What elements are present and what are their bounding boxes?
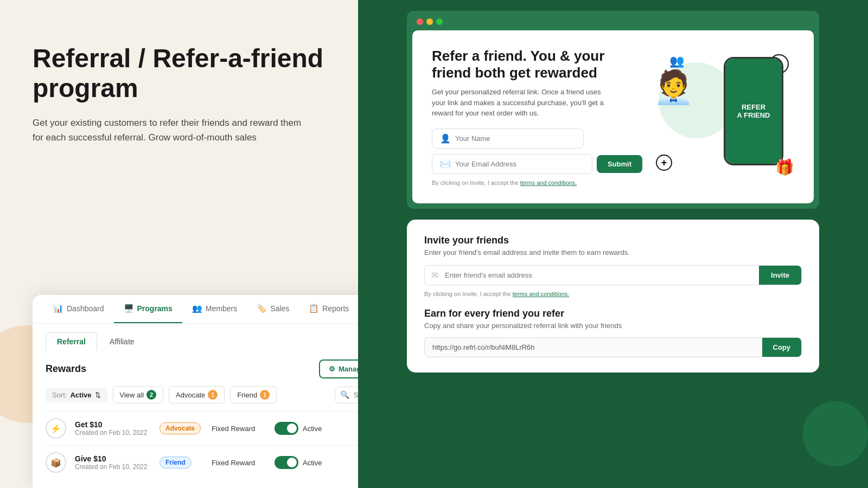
browser-dots (412, 16, 814, 30)
tab-sales-label: Sales (270, 304, 289, 313)
tab-members[interactable]: 👥 Members (182, 295, 247, 323)
earn-description: Copy and share your personalized referra… (424, 322, 802, 330)
reward-icon-2: 📦 (46, 452, 66, 473)
right-panel: Refer a friend. You & your friend both g… (358, 0, 868, 488)
email-icon: ✉️ (440, 159, 451, 169)
invite-title: Invite your friends (424, 235, 802, 246)
search-icon: 🔍 (340, 390, 349, 399)
copy-button[interactable]: Copy (762, 338, 802, 357)
reward-info-1: Get $10 Created on Feb 10, 2022 (75, 420, 151, 436)
dashboard-icon: 📊 (53, 304, 63, 313)
dot-red (417, 18, 423, 25)
reward-icon-1: ⚡ (46, 418, 66, 439)
tab-sales[interactable]: 🏷️ Sales (247, 295, 299, 323)
referral-title: Refer a friend. You & your friend both g… (432, 48, 642, 81)
tab-reports-label: Reports (322, 304, 349, 313)
reports-icon: 📋 (309, 304, 319, 313)
illustration-phone: REFERA FRIEND (724, 57, 783, 165)
phone-text: REFERA FRIEND (725, 59, 782, 164)
decorative-circle-right (803, 401, 868, 466)
sort-chevron-icon: ⇅ (95, 391, 101, 399)
reward-type-2: Fixed Reward (212, 459, 266, 467)
referral-email-input[interactable] (455, 160, 584, 168)
invite-email-input[interactable] (445, 266, 759, 285)
illustration-person: 🧑‍💼 (653, 68, 694, 106)
priority-icon: ⚙ (329, 365, 335, 373)
referral-email-row: ✉️ Submit (432, 154, 642, 174)
programs-icon: 🖥️ (124, 304, 134, 313)
referral-tnc: By clicking on Invite, I accept the term… (432, 179, 642, 186)
invite-button[interactable]: Invite (759, 266, 801, 285)
hero-title: Referral / Refer-a-friend program (33, 43, 326, 103)
toggle-wrap-1: Active (275, 422, 323, 435)
earn-title: Earn for every friend you refer (424, 308, 802, 319)
tab-dashboard-label: Dashboard (67, 304, 104, 313)
person-icon: 👤 (440, 133, 451, 144)
referral-link-text: https://go.refrl.co/r/buNiM8LrR6h (425, 338, 762, 357)
friend-badge: Friend (159, 457, 192, 468)
reward-info-2: Give $10 Created on Feb 10, 2022 (75, 454, 151, 471)
illustration-users-icon: 👥 (669, 54, 684, 68)
referral-card-left: Refer a friend. You & your friend both g… (432, 48, 642, 186)
illustration-plus-icon: + (656, 155, 672, 171)
invite-tnc-link[interactable]: terms and conditions. (513, 291, 570, 297)
dot-green (436, 18, 443, 25)
referral-description: Get your personalized referral link. Onc… (432, 87, 616, 119)
earn-section: Earn for every friend you refer Copy and… (424, 308, 802, 357)
tab-programs-label: Programs (137, 304, 173, 313)
referral-email-input-wrap: ✉️ (432, 154, 592, 174)
sub-tab-affiliate[interactable]: Affiliate (98, 332, 146, 351)
invite-email-icon: ✉ (425, 270, 445, 280)
sub-tab-referral[interactable]: Referral (46, 332, 97, 351)
left-panel: Referral / Refer-a-friend program Get yo… (0, 0, 358, 488)
invite-tnc: By clicking on Invite, I accept the term… (424, 291, 802, 297)
toggle-wrap-2: Active (275, 456, 323, 469)
tab-dashboard[interactable]: 📊 Dashboard (43, 295, 114, 323)
referral-illustration: 👥 $ 🧑‍💼 REFERA FRIEND + 🎁 (653, 52, 794, 182)
filter-advocate-button[interactable]: Advocate 1 (169, 386, 225, 403)
members-icon: 👥 (192, 304, 202, 313)
illustration-gift-icon: 🎁 (775, 158, 794, 176)
sales-icon: 🏷️ (257, 304, 267, 313)
invite-description: Enter your friend's email address and in… (424, 248, 802, 256)
referral-card-right: 👥 $ 🧑‍💼 REFERA FRIEND + 🎁 (653, 52, 794, 182)
advocate-badge: Advocate (159, 422, 201, 434)
rewards-title: Rewards (46, 363, 86, 375)
status-toggle-2[interactable] (275, 456, 298, 469)
reward-type-1: Fixed Reward (212, 425, 266, 433)
referral-card: Refer a friend. You & your friend both g… (412, 30, 814, 203)
sort-badge: Sort: Active ⇅ (46, 388, 107, 402)
tab-programs[interactable]: 🖥️ Programs (114, 295, 182, 323)
filter-friend-button[interactable]: Friend 1 (230, 386, 277, 403)
status-toggle-1[interactable] (275, 422, 298, 435)
invite-card: Invite your friends Enter your friend's … (407, 220, 819, 373)
referral-name-input-wrap: 👤 (432, 129, 584, 149)
referral-name-row: 👤 (432, 129, 642, 149)
referral-name-input[interactable] (455, 134, 576, 143)
filter-view-all-button[interactable]: View all 2 (113, 386, 164, 403)
reward-badge-1: Advocate (159, 422, 203, 434)
hero-description: Get your existing customers to refer the… (33, 116, 304, 145)
invite-email-row: ✉ Invite (424, 265, 802, 285)
reward-badge-2: Friend (159, 457, 203, 468)
dot-yellow (426, 18, 433, 25)
link-copy-row: https://go.refrl.co/r/buNiM8LrR6h Copy (424, 337, 802, 357)
referral-tnc-link[interactable]: terms and conditions. (520, 179, 577, 186)
tab-reports[interactable]: 📋 Reports (299, 295, 359, 323)
browser-card: Refer a friend. You & your friend both g… (407, 11, 819, 209)
tab-members-label: Members (206, 304, 237, 313)
submit-button[interactable]: Submit (597, 155, 642, 173)
